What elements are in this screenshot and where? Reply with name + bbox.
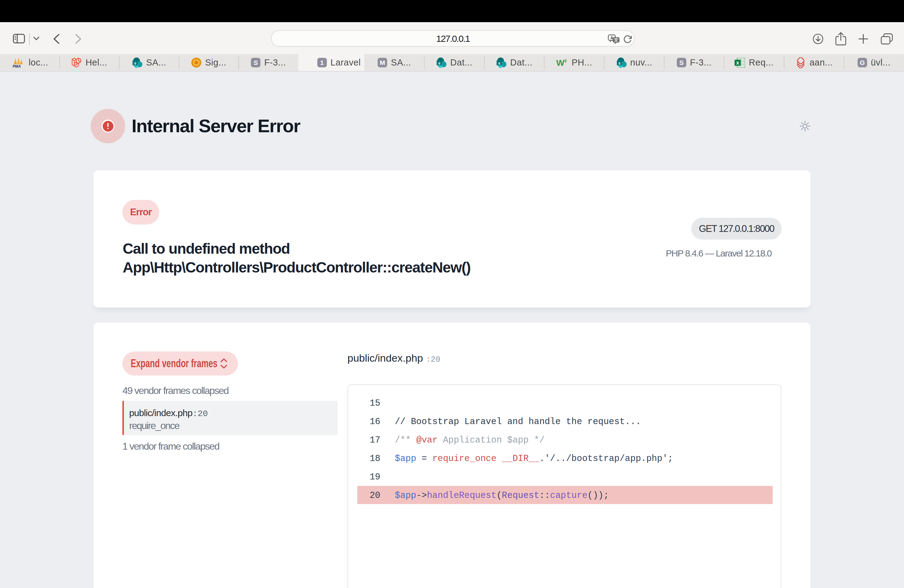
svg-text:PMA: PMA <box>13 64 21 68</box>
svg-text:X: X <box>736 60 739 65</box>
svg-text:3: 3 <box>564 58 567 63</box>
svg-text:s: s <box>498 60 500 65</box>
svg-text:s: s <box>618 60 620 65</box>
svg-text:s: s <box>134 60 136 65</box>
svg-text:s: s <box>438 60 440 65</box>
svg-text:W: W <box>556 58 564 67</box>
